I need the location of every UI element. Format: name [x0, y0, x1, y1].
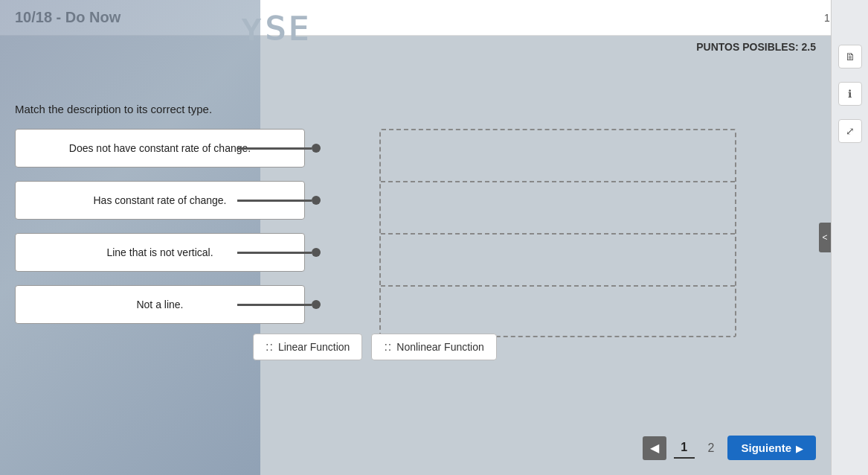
drop-zones[interactable] [379, 129, 736, 337]
nav-footer: ◀ 1 2 Siguiente [643, 436, 816, 460]
nonlinear-function-chip[interactable]: :: Nonlinear Function [371, 334, 496, 360]
label-chips: :: Linear Function :: Nonlinear Function [253, 334, 497, 360]
puntos-posibles: PUNTOS POSIBLES: 2.5 [696, 41, 816, 53]
desc-text-4: Not a line. [136, 299, 183, 310]
siguiente-label: Siguiente [741, 441, 791, 454]
prev-button[interactable]: ◀ [643, 436, 666, 460]
desc-box-2[interactable]: Has constant rate of change. [15, 181, 305, 220]
siguiente-chevron-icon [796, 441, 803, 454]
connector-1 [237, 144, 321, 153]
connector-dot-4 [312, 300, 321, 309]
connector-dot-3 [312, 248, 321, 257]
desc-text-3: Line that is not vertical. [106, 246, 213, 258]
siguiente-button[interactable]: Siguiente [727, 436, 816, 460]
drop-zone-1[interactable] [381, 130, 735, 182]
drop-zone-2[interactable] [381, 182, 735, 235]
desc-box-1[interactable]: Does not have constant rate of change. [15, 129, 305, 168]
nonlinear-chip-label: Nonlinear Function [396, 341, 484, 353]
desc-text-1: Does not have constant rate of change. [69, 142, 251, 154]
connector-line-3 [237, 252, 312, 254]
connector-dot-2 [312, 196, 321, 205]
desc-box-3[interactable]: Line that is not vertical. [15, 233, 305, 272]
linear-chip-label: Linear Function [278, 341, 350, 353]
drop-zone-3[interactable] [381, 235, 735, 287]
drop-zone-4[interactable] [381, 287, 735, 339]
connector-dot-1 [312, 144, 321, 153]
total-pages: 2 [702, 439, 721, 458]
linear-function-chip[interactable]: :: Linear Function [253, 334, 362, 360]
desc-box-4[interactable]: Not a line. [15, 285, 305, 324]
connector-3 [237, 248, 321, 257]
connector-2 [237, 196, 321, 205]
current-page: 1 [674, 438, 695, 459]
instruction-text: Match the description to its correct typ… [15, 103, 212, 115]
connector-line-1 [237, 147, 312, 150]
main-container: 10/18 - Do Now 1 de 2 ƎƧY PUNTOS POSIBLE… [0, 0, 868, 475]
left-items: Does not have constant rate of change. H… [15, 129, 305, 324]
nonlinear-chip-icon: :: [384, 340, 392, 354]
desc-text-2: Has constant rate of change. [94, 194, 227, 206]
connector-line-4 [237, 304, 312, 306]
collapse-tab[interactable]: < [819, 223, 831, 252]
connector-4 [237, 300, 321, 309]
yes-text-decoration: ƎƧY [238, 11, 308, 48]
connector-line-2 [237, 200, 312, 202]
linear-chip-icon: :: [266, 340, 274, 354]
content-area: Match the description to its correct typ… [0, 36, 868, 475]
